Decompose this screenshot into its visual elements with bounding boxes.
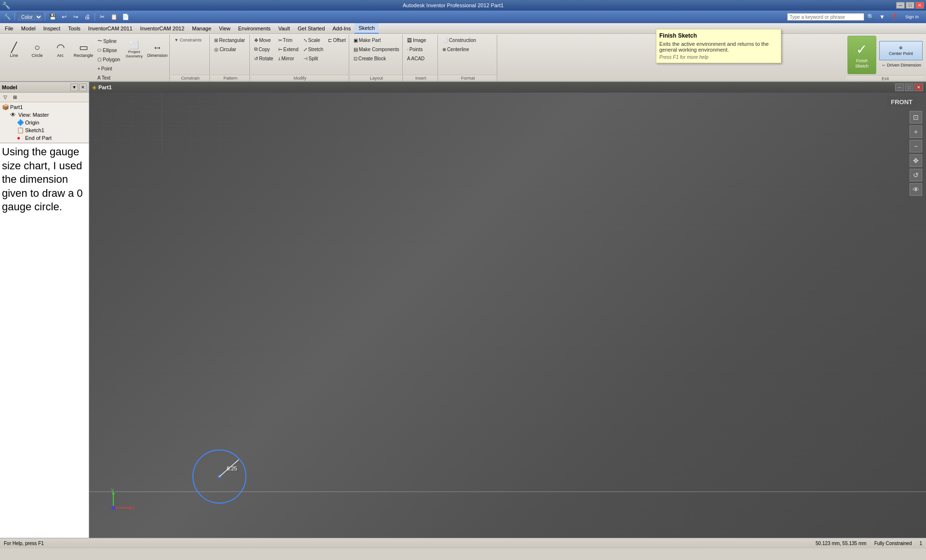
make-part-icon: ▣ — [354, 38, 358, 43]
menu-getstarted[interactable]: Get Started — [294, 23, 328, 34]
polygon-button[interactable]: ⬡ Polygon — [95, 55, 122, 64]
look-at-button[interactable]: 👁 — [910, 183, 922, 196]
menu-environments[interactable]: Environments — [234, 23, 274, 34]
tree-item-part1[interactable]: 📦 Part1 — [0, 103, 89, 111]
points-icon: · — [407, 47, 409, 52]
rectangle-button[interactable]: ▭ Rectangle — [72, 36, 95, 65]
save-button[interactable]: 💾 — [47, 12, 58, 22]
extend-button[interactable]: ⊢ Extend — [276, 45, 300, 54]
print-button[interactable]: 🖨 — [82, 12, 93, 22]
create-block-button[interactable]: ⊡ Create Block — [352, 54, 401, 63]
menu-model[interactable]: Model — [17, 23, 40, 34]
tree-item-endofpart[interactable]: ● End of Part — [0, 134, 89, 142]
viewport-minimize-button[interactable]: ─ — [895, 83, 904, 91]
title-bar: 🔧 Autodesk Inventor Professional 2012 Pa… — [0, 0, 926, 11]
arc-button[interactable]: ◠ Arc — [49, 36, 71, 65]
center-point-button[interactable]: ⊕ Center Point — [879, 41, 923, 60]
tree-item-sketch1[interactable]: 📋 Sketch1 — [0, 126, 89, 134]
color-dropdown[interactable]: Color — [17, 13, 43, 21]
driven-dimension-button[interactable]: ↔ Driven Dimension — [879, 61, 923, 69]
help-button[interactable]: ❓ — [888, 12, 899, 22]
panel-expand-button[interactable]: ▼ — [70, 83, 78, 91]
menu-file[interactable]: File — [1, 23, 17, 34]
rectangular-button[interactable]: ⊞ Rectangular — [212, 36, 247, 44]
app-menu-button[interactable]: 🔧 — [2, 12, 13, 22]
text-button[interactable]: A Text — [95, 73, 122, 82]
image-button[interactable]: 🖼 Image — [405, 36, 428, 44]
project-geometry-button[interactable]: ⬜ ProjectGeometry — [123, 36, 145, 65]
tree-item-part1-label: Part1 — [10, 104, 23, 110]
coordinates-display: 50.123 mm, 55.135 mm — [816, 541, 867, 546]
acad-button[interactable]: A ACAD — [405, 54, 428, 63]
mirror-button[interactable]: ⫰ Mirror — [276, 54, 300, 63]
line-button[interactable]: ╱ Line — [3, 36, 25, 65]
paste-button[interactable]: 📄 — [120, 12, 131, 22]
svg-rect-1 — [89, 82, 234, 154]
viewport[interactable]: ◈ Part1 ─ □ ✕ FRONT — [89, 82, 926, 538]
finish-sketch-button[interactable]: ✓ FinishSketch — [847, 36, 876, 74]
maximize-button[interactable]: □ — [906, 2, 914, 9]
circle-button[interactable]: ○ Circle — [26, 36, 48, 65]
line-icon: ╱ — [11, 42, 17, 52]
search-options-button[interactable]: ▼ — [877, 12, 887, 22]
ellipse-button[interactable]: ⬭ Ellipse — [95, 46, 122, 55]
pan-button[interactable]: ✥ — [910, 154, 922, 167]
filter-button[interactable]: ▽ — [1, 94, 10, 101]
tree-item-origin[interactable]: 🔷 Origin — [0, 119, 89, 126]
zoom-fit-button[interactable]: ⊡ — [910, 111, 922, 123]
format-group: ⬜ Construction ⊕ Centerline Format — [439, 35, 497, 81]
point-button[interactable]: + Point — [95, 64, 122, 73]
model-panel: Model ▼ ✕ ▽ ⊞ 📦 Part1 👁 — [0, 82, 89, 143]
menu-manage[interactable]: Manage — [188, 23, 215, 34]
menu-addins[interactable]: Add-Ins — [329, 23, 355, 34]
menu-sketch[interactable]: Sketch — [354, 23, 379, 34]
orbit-button[interactable]: ↺ — [910, 169, 922, 181]
image-icon: 🖼 — [407, 38, 412, 43]
menu-inventorcam2011[interactable]: InventorCAM 2011 — [84, 23, 136, 34]
zoom-out-button[interactable]: − — [910, 140, 922, 152]
search-button[interactable]: 🔍 — [865, 12, 876, 22]
sketch1-icon: 📋 — [17, 127, 24, 134]
points-button[interactable]: · Points — [405, 45, 428, 54]
move-button[interactable]: ✥ Move — [252, 36, 275, 44]
menu-tools[interactable]: Tools — [64, 23, 84, 34]
split-button[interactable]: ⊣ Split — [301, 54, 326, 63]
viewport-maximize-button[interactable]: □ — [905, 83, 913, 91]
construction-button[interactable]: ⬜ Construction — [440, 36, 478, 44]
menu-vault[interactable]: Vault — [274, 23, 294, 34]
menu-bar: File Model Inspect Tools InventorCAM 201… — [0, 23, 926, 34]
menu-view[interactable]: View — [215, 23, 234, 34]
dimension-button[interactable]: ↔ Dimension — [146, 36, 168, 65]
panel-pin-button[interactable]: ✕ — [79, 83, 87, 91]
make-components-button[interactable]: ▤ Make Components — [352, 45, 401, 54]
menu-inspect[interactable]: Inspect — [40, 23, 64, 34]
main-area: Model ▼ ✕ ▽ ⊞ 📦 Part1 👁 — [0, 82, 926, 538]
rotate-button[interactable]: ↺ Rotate — [252, 54, 275, 63]
svg-text:X: X — [132, 505, 135, 511]
sign-in-button[interactable]: Sign In — [900, 12, 924, 22]
centerline-button[interactable]: ⊕ Centerline — [440, 45, 478, 54]
tree-item-viewmaster[interactable]: 👁 View: Master — [0, 111, 89, 119]
spline-button[interactable]: 〜 Spline — [95, 37, 122, 45]
scale-button[interactable]: ⤡ Scale — [301, 36, 326, 44]
trim-button[interactable]: ✂ Trim — [276, 36, 300, 44]
undo-button[interactable]: ↩ — [59, 12, 69, 22]
search-input[interactable] — [787, 13, 864, 21]
insert-group-label: Insert — [404, 75, 437, 81]
zoom-in-button[interactable]: + — [910, 125, 922, 138]
viewport-close-button[interactable]: ✕ — [914, 83, 923, 91]
cut-button[interactable]: ✂ — [97, 12, 108, 22]
copy-modify-button[interactable]: ⧉ Copy — [252, 45, 275, 54]
menu-inventorcam2012[interactable]: InventorCAM 2012 — [136, 23, 189, 34]
circular-pattern-button[interactable]: ◎ Circular — [212, 45, 247, 54]
expand-all-button[interactable]: ⊞ — [11, 94, 19, 101]
offset-button[interactable]: ⊏ Offset — [326, 36, 348, 44]
close-button[interactable]: ✕ — [915, 2, 924, 9]
stretch-button[interactable]: ⤢ Stretch — [301, 45, 326, 54]
redo-button[interactable]: ↪ — [70, 12, 81, 22]
minimize-button[interactable]: ─ — [896, 2, 905, 9]
make-part-button[interactable]: ▣ Make Part — [352, 36, 401, 44]
modify-group: ✥ Move ⧉ Copy ↺ Rotate ✂ Trim ⊢ — [251, 35, 349, 81]
copy-button[interactable]: 📋 — [109, 12, 119, 22]
tooltip-description: Exits the active environment and returns… — [659, 41, 778, 53]
